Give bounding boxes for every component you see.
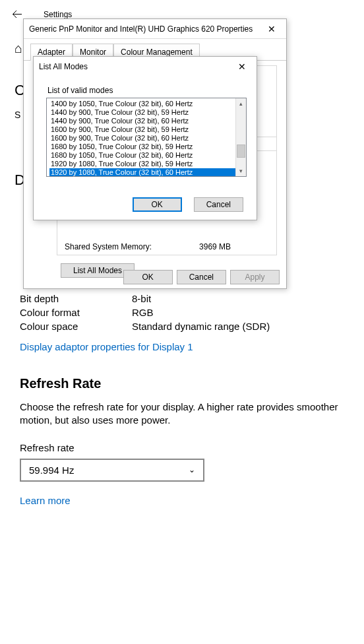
refresh-rate-heading: Refresh Rate [20, 376, 344, 391]
home-icon[interactable]: ⌂ [15, 41, 22, 56]
mode-item[interactable]: 1440 by 900, True Colour (32 bit), 59 He… [49, 108, 246, 117]
mode-item[interactable]: 1400 by 1050, True Colour (32 bit), 60 H… [49, 100, 246, 108]
refresh-rate-selected: 59.994 Hz [29, 465, 74, 476]
modes-title: List All Modes [39, 62, 88, 71]
display-settings-panel: Bit depth 8-bit Colour format RGB Colour… [20, 290, 344, 506]
modes-titlebar[interactable]: List All Modes ✕ [34, 57, 257, 77]
scrollbar[interactable]: ▴ ▾ [235, 98, 246, 176]
mode-item[interactable]: 1920 by 1080, True Colour (32 bit), 59 H… [49, 160, 246, 168]
properties-title: Generic PnP Monitor and Intel(R) UHD Gra… [29, 24, 253, 34]
ok-button[interactable]: OK [133, 197, 182, 212]
chevron-down-icon: ⌄ [189, 465, 195, 474]
display-adaptor-link[interactable]: Display adaptor properties for Display 1 [20, 341, 193, 352]
colour-format-label: Colour format [20, 307, 132, 318]
close-icon[interactable]: ✕ [233, 60, 251, 73]
refresh-rate-label: Refresh rate [20, 442, 344, 453]
shared-memory-row: Shared System Memory: 3969 MB [65, 242, 231, 251]
colour-space-row: Colour space Standard dynamic range (SDR… [20, 321, 344, 332]
modes-body: List of valid modes 1400 by 1050, True C… [34, 77, 257, 177]
modes-listbox[interactable]: 1400 by 1050, True Colour (32 bit), 60 H… [46, 98, 247, 177]
mode-item[interactable]: 1600 by 900, True Colour (32 bit), 60 He… [49, 134, 246, 143]
obscured-text-1: S [15, 110, 20, 120]
mode-item[interactable]: 1440 by 900, True Colour (32 bit), 60 He… [49, 117, 246, 125]
colour-space-label: Colour space [20, 321, 132, 332]
colour-format-row: Colour format RGB [20, 307, 344, 318]
bit-depth-row: Bit depth 8-bit [20, 293, 344, 304]
colour-space-value: Standard dynamic range (SDR) [132, 321, 270, 332]
close-icon[interactable]: ✕ [262, 22, 281, 36]
shared-memory-label: Shared System Memory: [65, 242, 152, 251]
mode-item[interactable]: 1680 by 1050, True Colour (32 bit), 60 H… [49, 151, 246, 160]
settings-title: Settings [44, 10, 72, 19]
bit-depth-label: Bit depth [20, 293, 132, 304]
refresh-rate-dropdown[interactable]: 59.994 Hz ⌄ [20, 459, 204, 482]
mode-item[interactable]: 1680 by 1050, True Colour (32 bit), 59 H… [49, 143, 246, 151]
scroll-up-icon[interactable]: ▴ [236, 98, 246, 109]
scroll-down-icon[interactable]: ▾ [236, 166, 246, 176]
shared-memory-value: 3969 MB [199, 242, 231, 251]
back-icon[interactable]: 🡠 [12, 9, 22, 20]
scrollbar-thumb[interactable] [237, 145, 245, 158]
cancel-button[interactable]: Cancel [177, 270, 226, 284]
cancel-button[interactable]: Cancel [194, 197, 243, 212]
properties-footer: OK Cancel Apply [123, 270, 280, 284]
mode-item[interactable]: 1600 by 900, True Colour (32 bit), 59 He… [49, 125, 246, 134]
properties-titlebar[interactable]: Generic PnP Monitor and Intel(R) UHD Gra… [24, 19, 286, 39]
bit-depth-value: 8-bit [132, 293, 151, 304]
modes-footer: OK Cancel [133, 197, 243, 212]
learn-more-link[interactable]: Learn more [20, 495, 71, 506]
ok-button[interactable]: OK [123, 270, 173, 284]
apply-button[interactable]: Apply [230, 270, 280, 284]
colour-format-value: RGB [132, 307, 154, 318]
list-all-modes-dialog: List All Modes ✕ List of valid modes 140… [33, 56, 257, 220]
modes-group-label: List of valid modes [47, 86, 247, 95]
mode-item[interactable]: 1920 by 1080, True Colour (32 bit), 60 H… [49, 168, 246, 177]
refresh-rate-description: Choose the refresh rate for your display… [20, 401, 344, 428]
